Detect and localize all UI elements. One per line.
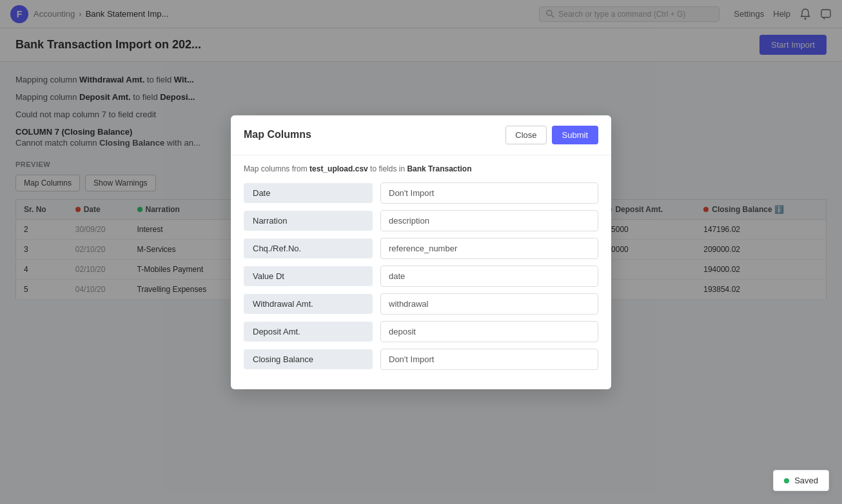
map-input[interactable] (380, 182, 598, 204)
map-columns-modal: Map Columns Close Submit Map columns fro… (231, 115, 611, 313)
map-input[interactable] (380, 266, 598, 287)
map-row: Narration (244, 210, 598, 231)
modal-overlay[interactable]: Map Columns Close Submit Map columns fro… (0, 0, 842, 313)
modal-header-buttons: Close Submit (505, 126, 598, 144)
map-input[interactable] (380, 238, 598, 259)
map-label: Value Dt (244, 266, 373, 286)
map-label: Date (244, 183, 373, 203)
modal-header: Map Columns Close Submit (231, 115, 611, 155)
map-input[interactable] (380, 210, 598, 231)
map-row: Value Dt (244, 266, 598, 287)
modal-title: Map Columns (244, 129, 311, 141)
modal-target-table: Bank Transaction (407, 164, 471, 173)
modal-filename: test_upload.csv (309, 164, 368, 173)
map-label: Chq./Ref.No. (244, 238, 373, 258)
modal-close-button[interactable]: Close (505, 126, 546, 144)
map-label: Narration (244, 211, 373, 231)
modal-subtitle: Map columns from test_upload.csv to fiel… (231, 155, 611, 173)
map-label: Withdrawal Amt. (244, 294, 373, 313)
map-input[interactable] (380, 293, 598, 313)
map-row: Chq./Ref.No. (244, 238, 598, 259)
map-row: Withdrawal Amt. (244, 293, 598, 313)
map-row: Date (244, 182, 598, 204)
modal-body: DateNarrationChq./Ref.No.Value DtWithdra… (231, 173, 611, 313)
modal-submit-button[interactable]: Submit (552, 126, 598, 144)
